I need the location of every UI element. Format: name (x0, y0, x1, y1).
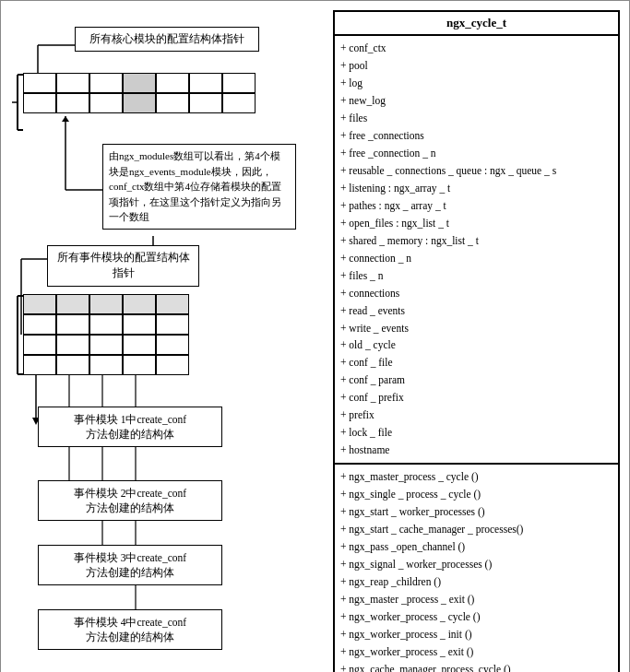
field-item: + pool (340, 57, 612, 75)
block-cell (56, 93, 89, 113)
method-item: + ngx_reap _children () (340, 573, 612, 591)
fields-section: + conf_ctx+ pool+ log+ new_log+ files+ f… (335, 36, 618, 465)
method-item: + ngx_master _process _ exit () (340, 591, 612, 608)
block-cell (89, 73, 123, 93)
block-cell (56, 314, 89, 335)
block-cell (89, 294, 123, 314)
module-box-4: 事件模块 4中create_conf方法创建的结构体 (38, 609, 222, 650)
field-item: + free _connections (340, 127, 612, 145)
field-item: + files _ n (340, 267, 612, 285)
block-cell (123, 294, 156, 314)
block-cell (56, 73, 89, 93)
method-item: + ngx_cache_manager_process_cycle () (340, 661, 612, 672)
block-cell (189, 93, 222, 113)
block-cell (89, 314, 123, 335)
field-item: + conf _ file (340, 354, 612, 371)
field-item: + reusable _ connections _ queue : ngx _… (340, 162, 612, 180)
block-cell (156, 314, 189, 335)
modules-array-top (23, 73, 256, 113)
field-item: + lock _ file (340, 424, 612, 442)
main-container: 所有核心模块的配置结构体指针 (0, 0, 630, 672)
modules-row-2 (23, 93, 256, 113)
block-cell (23, 355, 56, 375)
block-cell (89, 355, 123, 375)
block-cell (23, 73, 56, 93)
block-cell (123, 355, 156, 375)
block-cell (156, 355, 189, 375)
method-item: + ngx_worker_process _ exit () (340, 643, 612, 661)
method-item: + ngx_worker_process _ cycle () (340, 608, 612, 626)
block-cell (23, 294, 56, 314)
block-cell (23, 335, 56, 355)
method-item: + ngx_worker_process _ init () (340, 626, 612, 643)
event-row-2 (23, 314, 189, 335)
block-cell (89, 335, 123, 355)
callout-events-text: 所有事件模块的配置结构体指针 (57, 252, 190, 278)
field-item: + connections (340, 285, 612, 302)
modules-row-1 (23, 73, 256, 93)
field-item: + listening : ngx_array _ t (340, 180, 612, 197)
block-cell (222, 93, 256, 113)
block-cell (123, 93, 156, 113)
module-box-1: 事件模块 1中create_conf方法创建的结构体 (38, 407, 222, 447)
field-item: + write _ events (340, 320, 612, 337)
method-item: + ngx_pass _open_channel () (340, 538, 612, 556)
field-item: + conf_ctx (340, 40, 612, 57)
class-title: ngx_cycle_t (335, 12, 618, 36)
block-cell (56, 294, 89, 314)
block-cell (56, 355, 89, 375)
event-row-4 (23, 355, 189, 375)
field-item: + new_log (340, 92, 612, 110)
field-item: + read _ events (340, 302, 612, 320)
field-item: + shared _ memory : ngx_list _ t (340, 232, 612, 250)
method-item: + ngx_single _ process _ cycle () (340, 486, 612, 503)
callout-middle-text: 由ngx_modules数组可以看出，第4个模块是ngx_events_modu… (109, 150, 281, 222)
field-item: + conf _ prefix (340, 389, 612, 407)
module-box-2: 事件模块 2中create_conf方法创建的结构体 (38, 480, 222, 521)
block-cell (89, 93, 123, 113)
field-item: + pathes : ngx _ array _ t (340, 197, 612, 215)
field-item: + log (340, 75, 612, 92)
callout-top-text: 所有核心模块的配置结构体指针 (89, 33, 244, 44)
block-cell (123, 314, 156, 335)
block-cell (23, 314, 56, 335)
module-box-3: 事件模块 3中create_conf方法创建的结构体 (38, 545, 222, 585)
block-cell (189, 73, 222, 93)
event-row-3 (23, 335, 189, 355)
block-cell (156, 93, 189, 113)
block-cell (123, 335, 156, 355)
field-item: + open_files : ngx_list _ t (340, 215, 612, 232)
callout-top: 所有核心模块的配置结构体指针 (75, 27, 259, 52)
field-item: + files (340, 110, 612, 127)
method-item: + ngx_start _ cache_manager _ processes(… (340, 521, 612, 538)
block-cell (23, 93, 56, 113)
field-item: + old _ cycle (340, 336, 612, 354)
block-cell (156, 73, 189, 93)
block-cell (222, 73, 256, 93)
svg-marker-9 (62, 116, 69, 122)
callout-events: 所有事件模块的配置结构体指针 (47, 245, 199, 287)
field-item: + conf _ param (340, 371, 612, 389)
block-cell (56, 335, 89, 355)
left-panel: 所有核心模块的配置结构体指针 (10, 10, 324, 672)
method-item: + ngx_master_process _ cycle () (340, 468, 612, 486)
right-panel: ngx_cycle_t + conf_ctx+ pool+ log+ new_l… (333, 10, 620, 672)
event-row-1 (23, 294, 189, 314)
field-item: + prefix (340, 407, 612, 424)
block-cell (123, 73, 156, 93)
callout-middle: 由ngx_modules数组可以看出，第4个模块是ngx_events_modu… (102, 144, 296, 230)
block-cell (156, 294, 189, 314)
field-item: + connection _ n (340, 250, 612, 267)
event-array (23, 294, 189, 375)
methods-section: + ngx_master_process _ cycle ()+ ngx_sin… (335, 465, 618, 672)
method-item: + ngx_signal _ worker_processes () (340, 556, 612, 573)
method-item: + ngx_start _ worker_processes () (340, 503, 612, 521)
class-title-text: ngx_cycle_t (446, 16, 506, 29)
block-cell (156, 335, 189, 355)
field-item: + free _connection _ n (340, 145, 612, 162)
field-item: + hostname (340, 442, 612, 459)
